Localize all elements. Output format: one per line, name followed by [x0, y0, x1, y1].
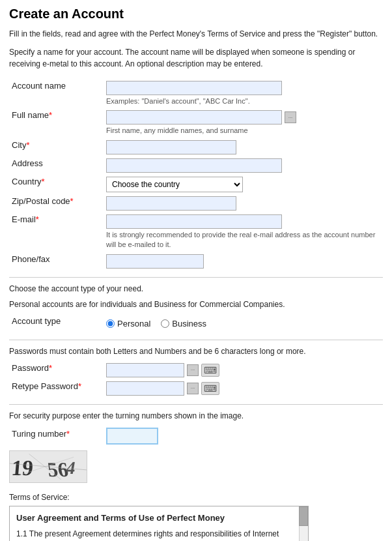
retype-password-row: Retype Password* ···: [9, 379, 383, 398]
turing-required: *: [66, 429, 70, 439]
account-type-section2: Personal accounts are for individuals an…: [9, 299, 383, 310]
full-name-row: Full name* ··· First name, any middle na…: [9, 108, 383, 138]
tos-text: 1.1 The present Agreement determines rig…: [16, 528, 295, 541]
account-type-label: Account type: [12, 316, 61, 326]
password-label: Password: [12, 363, 49, 373]
retype-password-input[interactable]: [106, 381, 184, 396]
tos-box[interactable]: User Agreement and Terms of Use of Perfe…: [9, 506, 309, 541]
password-dots-button[interactable]: ···: [187, 364, 199, 376]
page-title: Create an Account: [9, 7, 383, 22]
password-keyboard-icon[interactable]: [201, 364, 219, 377]
personal-option[interactable]: Personal: [106, 319, 150, 329]
country-required: *: [42, 177, 45, 186]
account-type-row: Account type Personal Business: [9, 314, 383, 333]
zip-input[interactable]: [106, 196, 236, 211]
tos-title: User Agreement and Terms of Use of Perfe…: [16, 512, 295, 525]
password-required: *: [49, 363, 52, 373]
intro-text: Fill in the fields, read and agree with …: [9, 28, 383, 40]
password-input-group: ···: [106, 363, 380, 377]
account-name-hint: Examples: "Daniel's account", "ABC Car I…: [106, 96, 380, 106]
country-row: Country* Choose the country: [9, 175, 383, 194]
city-row: City*: [9, 138, 383, 156]
retype-password-input-group: ···: [106, 381, 380, 396]
personal-label: Personal: [117, 319, 150, 329]
turing-input[interactable]: [106, 428, 158, 445]
tos-content: User Agreement and Terms of Use of Perfe…: [10, 506, 308, 541]
password-input[interactable]: [106, 363, 184, 377]
zip-row: Zip/Postal code*: [9, 194, 383, 212]
business-option[interactable]: Business: [161, 319, 206, 329]
retype-password-keyboard-icon[interactable]: [201, 382, 219, 395]
full-name-dots-button[interactable]: ···: [285, 111, 296, 123]
full-name-input[interactable]: [106, 110, 282, 124]
retype-password-label: Retype Password: [12, 381, 78, 391]
city-required: *: [26, 140, 29, 150]
sub-intro-text: Specify a name for your account. The acc…: [9, 46, 383, 70]
password-section-text: Passwords must contain both Letters and …: [9, 345, 383, 357]
email-row: E-mail* It is strongly recommended to pr…: [9, 212, 383, 252]
full-name-required: *: [49, 110, 52, 120]
phone-input[interactable]: [106, 254, 204, 269]
country-label: Country: [12, 177, 42, 186]
full-name-hint: First name, any middle names, and surnam…: [106, 126, 380, 136]
business-label: Business: [172, 319, 206, 329]
tos-label: Terms of Service:: [9, 493, 383, 502]
tos-scrollbar[interactable]: [299, 506, 308, 541]
phone-label: Phone/fax: [12, 254, 50, 264]
city-input[interactable]: [106, 140, 236, 154]
personal-radio[interactable]: [106, 319, 115, 328]
turing-label: Turing number: [12, 429, 66, 439]
email-label: E-mail: [12, 214, 36, 224]
account-name-input[interactable]: [106, 81, 282, 95]
retype-password-required: *: [78, 381, 81, 391]
zip-label: Zip/Postal code: [12, 196, 70, 206]
address-input[interactable]: [106, 158, 282, 173]
captcha-image: 19 56 4: [9, 450, 87, 483]
divider-3: [9, 404, 383, 405]
phone-row: Phone/fax: [9, 252, 383, 270]
email-input[interactable]: [106, 214, 282, 229]
full-name-label: Full name: [12, 110, 49, 120]
svg-text:19: 19: [10, 455, 35, 479]
account-name-row: Account name Examples: "Daniel's account…: [9, 79, 383, 108]
address-row: Address: [9, 156, 383, 175]
turing-section-text: For security purpose enter the turning n…: [9, 410, 383, 422]
email-required: *: [36, 214, 39, 224]
tos-scrollbar-thumb[interactable]: [299, 506, 308, 526]
password-row: Password* ···: [9, 361, 383, 379]
divider-1: [9, 277, 383, 278]
divider-2: [9, 340, 383, 340]
account-type-table: Account type Personal Business: [9, 314, 383, 333]
turing-row: Turing number*: [9, 426, 383, 446]
account-name-label: Account name: [12, 81, 66, 91]
account-type-section1: Choose the account type of your need.: [9, 283, 383, 295]
email-hint: It is strongly recommended to provide th…: [106, 230, 380, 250]
zip-required: *: [70, 196, 74, 206]
country-select[interactable]: Choose the country: [106, 177, 243, 192]
turing-table: Turing number*: [9, 426, 383, 446]
account-type-radio-group: Personal Business: [106, 316, 380, 331]
account-form-table: Account name Examples: "Daniel's account…: [9, 79, 383, 270]
retype-password-dots-button[interactable]: ···: [187, 383, 199, 394]
business-radio[interactable]: [161, 319, 169, 328]
captcha-svg: 19 56 4: [10, 450, 87, 483]
address-label: Address: [12, 158, 43, 168]
city-label: City: [12, 140, 26, 150]
password-table: Password* ··· Retype Password* ···: [9, 361, 383, 398]
